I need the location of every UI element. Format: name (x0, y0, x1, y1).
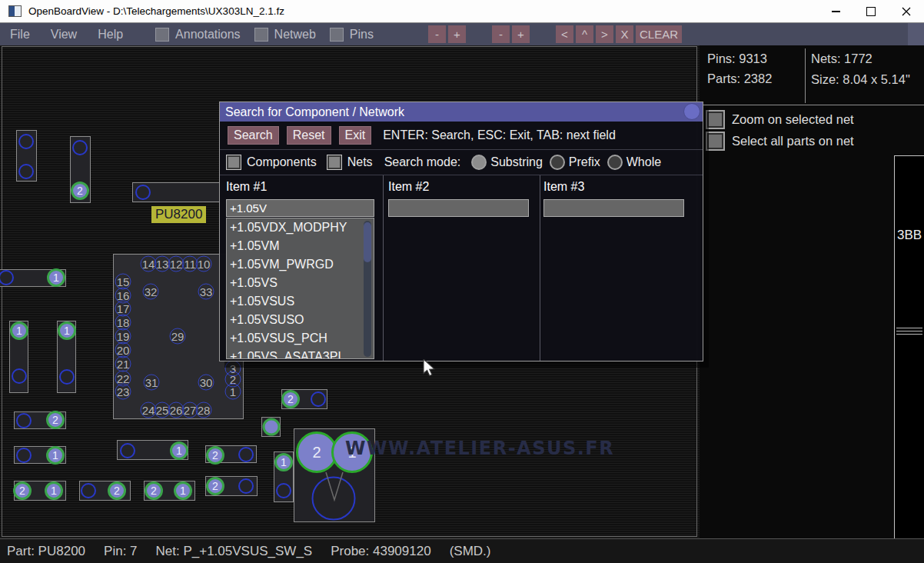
close-button[interactable] (889, 0, 924, 22)
menubar-button-6[interactable]: > (596, 25, 613, 43)
radio-icon[interactable] (607, 155, 623, 170)
maximize-button[interactable] (853, 0, 889, 22)
pin-2[interactable]: 2 (281, 390, 300, 408)
pin-1[interactable]: 1 (174, 481, 192, 500)
pin-1[interactable]: 1 (225, 384, 241, 400)
checkbox-icon[interactable] (226, 155, 241, 170)
net-suggestion-list[interactable]: +1.05VDX_MODPHY+1.05VM+1.05VM_PWRGD+1.05… (226, 218, 374, 359)
net-list-item[interactable]: +1.05VS (227, 274, 374, 292)
pin-29[interactable]: 29 (170, 328, 186, 345)
search-dialog: Search for Component / Network Search Re… (219, 102, 703, 361)
radio-icon[interactable] (471, 155, 487, 170)
pad[interactable] (276, 483, 291, 498)
dialog-toggle-nets[interactable]: Nets (327, 155, 373, 170)
net-list-item[interactable]: +1.05VDX_MODPHY (227, 218, 374, 237)
pin-10[interactable]: 10 (196, 256, 212, 272)
list-scrollbar-thumb[interactable] (364, 222, 371, 262)
pin-1[interactable]: 1 (45, 481, 63, 500)
pin-2[interactable]: 2 (13, 481, 32, 500)
pin-2[interactable]: 2 (108, 481, 126, 500)
menu-file[interactable]: File (0, 28, 41, 42)
pin-2[interactable]: 2 (145, 481, 163, 500)
net-list-item[interactable]: +1.05VSUS_PCH (227, 329, 374, 348)
part-highlight-label[interactable]: PU8200 (151, 206, 206, 223)
pin-1[interactable]: 1 (10, 321, 28, 340)
pin-1[interactable]: 1 (274, 453, 293, 471)
list-scrollbar[interactable] (364, 221, 371, 357)
radio-icon[interactable] (550, 155, 565, 170)
net-list-item[interactable]: +1.05VM (227, 237, 374, 255)
pin-2[interactable]: 2 (206, 446, 224, 465)
pad[interactable] (81, 483, 96, 498)
pin-33[interactable]: 33 (198, 284, 214, 300)
checkbox-icon[interactable] (330, 28, 344, 42)
menubar-toggle-annotations[interactable]: Annotations (155, 28, 241, 42)
option-zoom-on-selected-net[interactable]: Zoom on selected net (706, 110, 854, 129)
menubar-button-5[interactable]: ^ (576, 25, 593, 43)
menubar-button-8[interactable]: CLEAR (636, 25, 682, 43)
pin-31[interactable]: 31 (144, 375, 160, 391)
menubar-toggle-netweb[interactable]: Netweb (254, 28, 316, 42)
search-input-1[interactable]: +1.05V (226, 199, 374, 217)
menubar-button-0[interactable]: - (428, 25, 446, 43)
pin-30[interactable]: 30 (198, 375, 214, 391)
pad[interactable] (135, 185, 151, 200)
pad[interactable] (311, 391, 326, 407)
pin-2[interactable]: 2 (206, 477, 224, 495)
checkbox-icon[interactable] (155, 28, 169, 42)
net-list-item[interactable]: +1.05VS_ASATA3PL (227, 348, 374, 359)
pad[interactable] (59, 369, 75, 385)
net-list-item[interactable]: +1.05VSUSO (227, 311, 374, 329)
search-input-3[interactable] (543, 199, 684, 217)
pin-23[interactable]: 23 (115, 384, 131, 400)
search-mode-substring[interactable]: Substring (471, 155, 543, 170)
menubar-button-3[interactable]: + (512, 25, 530, 43)
pad[interactable] (16, 448, 32, 463)
pad[interactable] (72, 140, 88, 155)
pin-2[interactable]: 2 (46, 411, 65, 429)
net-list-item[interactable]: +1.05VSUS (227, 292, 374, 311)
pad[interactable] (263, 418, 281, 436)
exit-button[interactable]: Exit (339, 126, 372, 145)
pad[interactable] (16, 413, 32, 428)
search-mode-whole[interactable]: Whole (607, 155, 661, 170)
menubar-button-2[interactable]: - (492, 25, 510, 43)
menu-view[interactable]: View (41, 28, 88, 42)
pin-1[interactable]: 1 (46, 446, 65, 465)
menubar-button-4[interactable]: < (556, 25, 573, 43)
menubar-button-7[interactable]: X (616, 25, 633, 43)
pin-1[interactable]: 1 (170, 441, 188, 460)
pad[interactable] (312, 477, 356, 521)
pad[interactable] (238, 478, 254, 494)
dialog-close-icon[interactable] (683, 103, 700, 120)
menubar-button-1[interactable]: + (448, 25, 466, 43)
pin-21[interactable]: 21 (115, 356, 131, 372)
pin-32[interactable]: 32 (143, 284, 159, 300)
search-input-2[interactable] (388, 199, 529, 217)
menu-help[interactable]: Help (88, 28, 134, 42)
pad[interactable] (18, 164, 34, 179)
minimize-button[interactable] (818, 0, 853, 22)
checkbox-icon[interactable] (254, 28, 268, 42)
search-mode-prefix[interactable]: Prefix (550, 155, 600, 170)
pad[interactable] (120, 443, 135, 458)
pin-1[interactable]: 1 (58, 321, 76, 340)
pad[interactable] (12, 368, 27, 384)
checkbox-icon[interactable] (706, 132, 725, 151)
pad[interactable] (238, 447, 254, 462)
dialog-toggle-components[interactable]: Components (226, 155, 317, 170)
dialog-mode-row: ComponentsNets Search mode: SubstringPre… (220, 150, 703, 175)
column-label: Item #2 (388, 175, 529, 197)
menubar-toggle-pins[interactable]: Pins (330, 28, 374, 42)
net-list-item[interactable]: +1.05VM_PWRGD (227, 255, 374, 274)
dialog-titlebar[interactable]: Search for Component / Network (220, 102, 703, 122)
pin-1[interactable]: 1 (47, 268, 65, 287)
search-button[interactable]: Search (228, 126, 279, 145)
pad[interactable] (18, 134, 34, 149)
pin-2[interactable]: 2 (71, 182, 89, 200)
pin-28[interactable]: 28 (196, 402, 212, 418)
option-select-all-parts-on-net[interactable]: Select all parts on net (706, 132, 854, 151)
checkbox-icon[interactable] (706, 110, 725, 129)
reset-button[interactable]: Reset (287, 126, 331, 145)
checkbox-icon[interactable] (327, 155, 342, 170)
